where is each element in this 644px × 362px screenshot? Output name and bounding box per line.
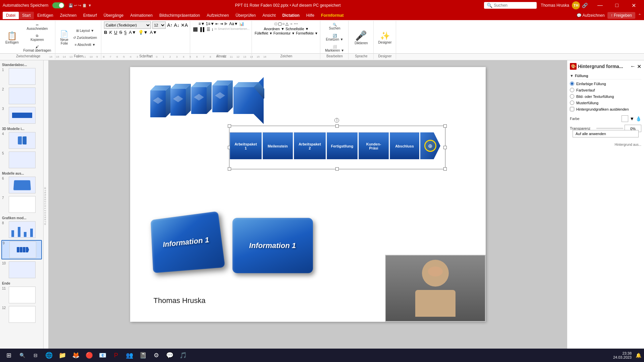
shape-rect[interactable]: □ (275, 21, 277, 26)
edge-button[interactable]: 🌐 (43, 349, 55, 361)
align-justify-button[interactable]: ☰ (207, 27, 210, 32)
search-box[interactable]: 🔍 (484, 2, 537, 9)
menu-ansicht[interactable]: Ansicht (259, 12, 279, 19)
strikethrough-button[interactable]: S (119, 30, 122, 35)
slide-thumb-1[interactable]: 1 (1, 67, 42, 85)
italic-button[interactable]: K (109, 30, 112, 35)
process-box-2[interactable]: Meilenstein (263, 132, 293, 159)
start-button[interactable]: ⊞ (3, 349, 15, 361)
share-button[interactable]: ↑ Freigeben (607, 12, 635, 19)
slide-thumb-11[interactable]: 11 (1, 286, 42, 304)
color-eyedropper[interactable]: 💧 (636, 116, 641, 121)
close-button[interactable]: ✕ (626, 0, 641, 11)
increase-font-button[interactable]: A↑ (167, 22, 172, 28)
process-flow[interactable]: Arbeitspaket1 Meilenstein Arbeitspaket2 … (230, 126, 444, 166)
underline-button[interactable]: U (114, 30, 117, 35)
fill-option-solid[interactable]: Einfarbige Füllung (570, 81, 641, 86)
align-center-button[interactable]: ▐ (199, 27, 202, 32)
menu-bildschirm[interactable]: Bildschirmpräsentation (156, 12, 203, 19)
align-right-button[interactable]: ▌ (203, 27, 206, 32)
misc3-button[interactable]: 🎵 (177, 349, 189, 361)
decrease-font-button[interactable]: A↓ (174, 22, 179, 28)
fill-option-gradient[interactable]: Farbverlauf (570, 88, 641, 92)
designer-button[interactable]: ✨ Designer (376, 28, 394, 47)
indent-more-button[interactable]: ⇥ (220, 21, 223, 26)
bold-button[interactable]: B (104, 30, 107, 35)
menu-uebergaenge[interactable]: Übergänge (100, 12, 127, 19)
canvas-area[interactable]: Arbeitspaket1 Meilenstein Arbeitspaket2 … (49, 60, 567, 352)
shape-circle[interactable]: ○ (282, 21, 285, 26)
menu-datei[interactable]: Datei (3, 12, 19, 19)
ribbon-collapse-button[interactable]: ⌃ (638, 13, 641, 18)
fuelleffekt-button[interactable]: Fülleffekt ▼ (255, 32, 272, 35)
fill-pattern-radio[interactable] (570, 101, 574, 105)
menu-animationen[interactable]: Animationen (127, 12, 156, 19)
panel-close-button[interactable]: ✕ (637, 63, 641, 70)
firefox-button[interactable]: 🦊 (70, 349, 82, 361)
fill-option-image[interactable]: Bild- oder Texturfüllung (570, 94, 641, 99)
kopieren-button[interactable]: ⧉ Kopieren (21, 33, 53, 43)
slide-thumb-6[interactable]: 6 (1, 176, 42, 194)
info-box-1[interactable]: Information 1 (150, 215, 221, 270)
menu-start[interactable]: Start (19, 12, 34, 19)
comments-button[interactable]: 💬 Aufzeichnen (577, 13, 605, 18)
color-picker[interactable] (622, 115, 628, 122)
slide-thumb-12[interactable]: 12 (1, 305, 42, 323)
fill-option-hide[interactable]: Hintergrundgrafiken ausblenden (570, 107, 641, 111)
taskview-button[interactable]: ⊟ (30, 349, 42, 361)
schnellstile-button[interactable]: Schnellstile ▼ (285, 27, 309, 31)
process-box-5[interactable]: Kunden-Präsi (359, 132, 389, 159)
text-direction-button[interactable]: Aa▼ (229, 21, 238, 26)
list-number-button[interactable]: 1≡▼ (206, 21, 215, 26)
suchen-button[interactable]: 🔍 Suchen (327, 21, 342, 32)
line-spacing-button[interactable]: ↕ (211, 27, 213, 32)
shape-arrow[interactable]: → (289, 21, 293, 26)
neue-folie-button[interactable]: 📄 NeueFolie (58, 28, 70, 47)
slide-thumb-2[interactable]: 2 (1, 87, 42, 105)
search-input[interactable] (494, 3, 534, 8)
transparency-slider[interactable] (596, 128, 623, 129)
apply-all-button[interactable]: Auf alle anwenden (573, 130, 639, 137)
clear-format-button[interactable]: ✕A (181, 22, 188, 28)
shape-rounded[interactable]: ▢ (278, 21, 282, 26)
menu-einfuegen[interactable]: Einfügen (34, 12, 56, 19)
menu-ueberpruefen[interactable]: Überprüfen (232, 12, 259, 19)
panel-back-button[interactable]: ← (630, 63, 636, 70)
chrome-button[interactable]: 🔴 (83, 349, 95, 361)
columns-button[interactable]: ⫸ (224, 21, 228, 26)
powerpoint-button[interactable]: P (110, 349, 122, 361)
minimize-button[interactable]: — (592, 0, 608, 11)
formeffekte-button[interactable]: Formeffekte ▼ (296, 32, 318, 35)
menu-entwurf[interactable]: Entwurf (80, 12, 100, 19)
3d-arrow-shape[interactable] (147, 77, 264, 127)
ausschneiden-button[interactable]: ✂ Ausschneiden (21, 22, 53, 32)
ersetzen-button[interactable]: 🔄 Ersetzen ▼ (324, 33, 345, 43)
misc1-button[interactable]: ⚙ (150, 349, 162, 361)
indent-less-button[interactable]: ⇤ (215, 21, 219, 26)
slide-thumb-3[interactable]: 3 (1, 106, 42, 124)
abschnitt-button[interactable]: ≡ Abschnitt ▼ (71, 42, 99, 48)
layout-button[interactable]: ⊞ Layout ▼ (71, 27, 99, 34)
hide-graphics-check[interactable] (570, 107, 574, 111)
notification-button[interactable]: 🔔 (636, 353, 641, 358)
menu-zeichnen[interactable]: Zeichnen (57, 12, 80, 19)
formkontur-button[interactable]: Formkontur ▼ (273, 32, 295, 35)
background-link[interactable]: Hintergrund aus... (570, 143, 641, 146)
search-taskbar-button[interactable]: 🔍 (16, 349, 28, 361)
slide-thumb-8[interactable]: 8 (1, 221, 42, 239)
slide-thumb-10[interactable]: 10 (1, 261, 42, 279)
zuruecksetzen-button[interactable]: ↺ Zurücksetzen (71, 35, 99, 41)
fill-gradient-radio[interactable] (570, 88, 574, 92)
maximize-button[interactable]: □ (609, 0, 625, 11)
menu-hilfe[interactable]: Hilfe (303, 12, 318, 19)
slide-thumb-5[interactable]: 5 (1, 151, 42, 169)
shape-triangle[interactable]: △ (285, 21, 288, 26)
einfuegen-button[interactable]: 📋 Einfügen (3, 28, 20, 47)
menu-dictation[interactable]: Dictation (279, 12, 303, 19)
markieren-button[interactable]: ⬜ Markieren ▼ (323, 44, 346, 54)
process-box-4[interactable]: Fertigstllung (327, 132, 358, 159)
font-family-select[interactable]: Calibri (Textkörper) (104, 21, 151, 29)
fill-image-radio[interactable] (570, 94, 574, 99)
menu-aufzeichnen[interactable]: Aufzeichnen (203, 12, 232, 19)
process-box-6[interactable]: Abschluss (390, 132, 419, 159)
